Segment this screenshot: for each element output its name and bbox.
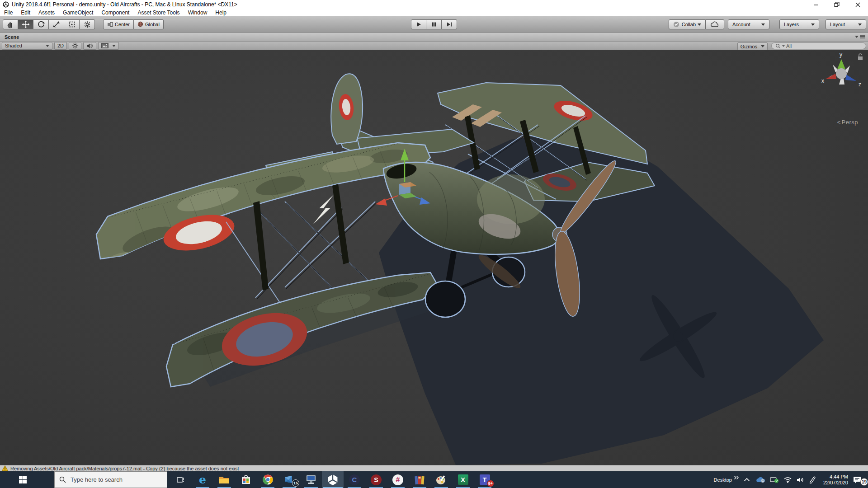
step-button[interactable]	[442, 19, 457, 29]
menu-bar: File Edit Assets GameObject Component As…	[0, 9, 868, 16]
menu-window[interactable]: Window	[184, 9, 212, 16]
hand-tool-button[interactable]	[3, 19, 18, 29]
menu-file[interactable]: File	[0, 9, 17, 16]
collab-dropdown[interactable]: Collab	[669, 19, 706, 29]
taskbar-app-store[interactable]	[235, 471, 257, 488]
volume-icon[interactable]	[797, 477, 804, 483]
scene-effects-dropdown[interactable]	[98, 42, 119, 50]
axis-z-cone[interactable]	[845, 75, 856, 81]
status-bar[interactable]: Removing Assets/Old Aircraft pack/Materi…	[0, 465, 868, 471]
close-button[interactable]	[847, 0, 868, 9]
taskbar-app-excel[interactable]: X	[452, 471, 474, 488]
pivot-toggle-button[interactable]: Center	[103, 19, 134, 29]
menu-gameobject[interactable]: GameObject	[59, 9, 97, 16]
show-desktop-button[interactable]: Desktop	[714, 477, 732, 483]
axis-x-cone[interactable]	[826, 74, 836, 79]
axis-y-cone[interactable]	[837, 59, 845, 69]
biplane-model[interactable]	[0, 50, 868, 465]
action-center-button[interactable]: 19	[853, 471, 868, 488]
panel-menu-button[interactable]	[853, 34, 865, 39]
menu-help[interactable]: Help	[211, 9, 231, 16]
excel-icon: X	[461, 476, 465, 483]
projection-label: Persp	[842, 119, 858, 126]
pause-button[interactable]	[426, 19, 442, 29]
hand-icon	[6, 20, 14, 28]
menu-assets[interactable]: Assets	[34, 9, 59, 16]
window-title: Unity 2018.4.6f1 Personal - demo.unity -…	[12, 1, 237, 8]
remote-desktop-icon	[306, 475, 316, 485]
task-view-button[interactable]	[170, 471, 192, 488]
rect-tool-button[interactable]	[64, 19, 80, 29]
taskbar-app-chrome[interactable]	[257, 471, 278, 488]
account-dropdown[interactable]: Account	[728, 19, 769, 29]
scene-lighting-toggle[interactable]	[69, 42, 81, 50]
taskbar-app-cinema4d[interactable]: C	[344, 471, 365, 488]
projection-mode-button[interactable]: < Persp	[837, 119, 858, 126]
taskbar-app-winrar[interactable]	[409, 471, 430, 488]
taskbar-app-paint[interactable]	[430, 471, 452, 488]
play-button[interactable]	[411, 19, 426, 29]
hidden-icons-chevron-icon[interactable]	[744, 478, 750, 482]
taskbar-app-teams[interactable]: T 9+	[474, 471, 495, 488]
layers-dropdown[interactable]: Layers	[779, 19, 819, 29]
taskbar-app-slack[interactable]: #	[387, 471, 409, 488]
rotate-tool-button[interactable]	[33, 19, 49, 29]
file-explorer-icon	[219, 475, 230, 484]
tab-scene[interactable]: Scene	[0, 34, 24, 40]
space-toggle-button[interactable]: Global	[134, 19, 164, 29]
lock-icon[interactable]	[858, 54, 863, 60]
main-toolbar: Center Global Collab Account Layers Layo…	[0, 16, 868, 33]
menu-edit[interactable]: Edit	[17, 9, 34, 16]
menu-asset-store-tools[interactable]: Asset Store Tools	[133, 9, 184, 16]
cloud-icon	[710, 21, 720, 28]
transform-combined-icon	[83, 20, 91, 28]
rotate-icon	[37, 20, 45, 28]
taskbar-app-remote-desktop[interactable]	[300, 471, 322, 488]
layout-dropdown[interactable]: Layout	[826, 19, 866, 29]
wifi-icon[interactable]	[783, 477, 792, 483]
scale-tool-button[interactable]	[49, 19, 64, 29]
taskbar-app-edge[interactable]: e	[192, 471, 213, 488]
task-view-icon	[177, 476, 185, 483]
tail-fin	[331, 74, 363, 144]
axis-z-label: z	[859, 81, 861, 88]
winrar-icon	[414, 475, 425, 485]
restore-button[interactable]	[826, 0, 847, 9]
ethernet-status-icon[interactable]	[770, 477, 779, 483]
move-tool-button[interactable]	[18, 19, 33, 29]
cloud-button[interactable]	[706, 19, 724, 29]
shading-mode-dropdown[interactable]: Shaded	[2, 42, 52, 50]
taskbar-app-substance[interactable]: S	[365, 471, 387, 488]
bottom-wing	[166, 272, 438, 387]
start-button[interactable]	[12, 471, 33, 488]
store-icon	[241, 475, 250, 484]
notification-badge: 19	[860, 478, 868, 486]
taskbar-search-placeholder: Type here to search	[71, 476, 123, 483]
taskbar-app-mail[interactable]: 15	[278, 471, 300, 488]
scene-search-input[interactable]: All	[771, 42, 866, 49]
search-icon	[59, 476, 66, 483]
pen-workspace-icon[interactable]	[809, 476, 816, 483]
transform-tool-button[interactable]	[80, 19, 95, 29]
scene-viewport[interactable]: y x z < Persp	[0, 50, 868, 465]
2d-toggle-button[interactable]: 2D	[54, 42, 67, 50]
taskbar-search-input[interactable]: Type here to search	[54, 471, 167, 488]
scene-audio-toggle[interactable]	[83, 42, 96, 50]
chevron-double-right-icon[interactable]	[734, 475, 739, 480]
scale-icon	[52, 20, 61, 28]
taskbar-app-unity[interactable]	[322, 471, 344, 488]
clock[interactable]: 4:44 PM 22/07/2020	[823, 474, 848, 486]
pivot-label: Center	[115, 22, 130, 27]
teams-icon: T	[483, 476, 487, 483]
menu-component[interactable]: Component	[97, 9, 133, 16]
pivot-icon	[107, 22, 113, 27]
gizmo-center-sphere[interactable]	[836, 68, 847, 79]
account-label: Account	[732, 22, 750, 27]
system-tray: Desktop 4:44 PM 22/07/2020 19	[714, 471, 868, 488]
onedrive-icon[interactable]	[755, 476, 765, 483]
minimize-button[interactable]	[806, 0, 826, 9]
taskbar-app-file-explorer[interactable]	[213, 471, 235, 488]
gizmos-dropdown[interactable]: Gizmos	[737, 42, 768, 50]
orientation-gizmo[interactable]: y x z	[818, 51, 865, 99]
chevron-down-icon	[698, 23, 701, 26]
